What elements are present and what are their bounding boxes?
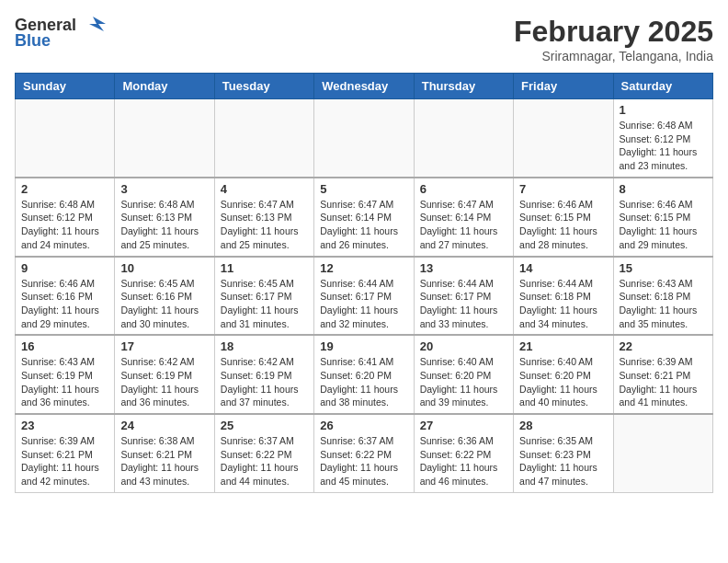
day-number: 25 bbox=[221, 419, 308, 432]
calendar-day-cell: 2Sunrise: 6:48 AMSunset: 6:12 PMDaylight… bbox=[16, 178, 115, 257]
title-block: February 2025 Sriramnagar, Telangana, In… bbox=[514, 15, 713, 63]
day-info: Sunrise: 6:47 AMSunset: 6:14 PMDaylight:… bbox=[320, 198, 407, 252]
calendar-day-cell: 5Sunrise: 6:47 AMSunset: 6:14 PMDaylight… bbox=[314, 178, 414, 257]
day-number: 1 bbox=[620, 103, 707, 117]
calendar-day-cell: 22Sunrise: 6:39 AMSunset: 6:21 PMDayligh… bbox=[613, 335, 712, 414]
day-number: 22 bbox=[620, 339, 707, 353]
calendar-day-cell: 14Sunrise: 6:44 AMSunset: 6:18 PMDayligh… bbox=[514, 257, 613, 336]
weekday-header-friday: Friday bbox=[514, 74, 613, 99]
day-number: 28 bbox=[519, 419, 607, 432]
day-info: Sunrise: 6:39 AMSunset: 6:21 PMDaylight:… bbox=[21, 434, 108, 488]
day-info: Sunrise: 6:48 AMSunset: 6:12 PMDaylight:… bbox=[21, 198, 108, 252]
day-number: 16 bbox=[21, 339, 108, 353]
day-info: Sunrise: 6:35 AMSunset: 6:23 PMDaylight:… bbox=[519, 434, 607, 488]
day-number: 8 bbox=[620, 182, 707, 196]
calendar-table: SundayMondayTuesdayWednesdayThursdayFrid… bbox=[15, 73, 713, 493]
calendar-day-cell: 4Sunrise: 6:47 AMSunset: 6:13 PMDaylight… bbox=[214, 178, 313, 257]
day-number: 2 bbox=[21, 182, 108, 196]
weekday-header-wednesday: Wednesday bbox=[314, 74, 414, 99]
svg-marker-0 bbox=[89, 17, 106, 31]
day-number: 19 bbox=[320, 339, 407, 353]
day-number: 7 bbox=[519, 182, 607, 196]
calendar-day-cell: 21Sunrise: 6:40 AMSunset: 6:20 PMDayligh… bbox=[514, 335, 613, 414]
day-info: Sunrise: 6:44 AMSunset: 6:17 PMDaylight:… bbox=[420, 277, 507, 331]
calendar-day-cell bbox=[613, 414, 712, 492]
day-number: 21 bbox=[519, 339, 607, 353]
calendar-day-cell: 16Sunrise: 6:43 AMSunset: 6:19 PMDayligh… bbox=[16, 335, 115, 414]
day-number: 27 bbox=[420, 419, 507, 432]
weekday-header-sunday: Sunday bbox=[16, 74, 115, 99]
day-number: 3 bbox=[120, 182, 208, 196]
day-info: Sunrise: 6:46 AMSunset: 6:15 PMDaylight:… bbox=[519, 198, 607, 252]
day-info: Sunrise: 6:47 AMSunset: 6:14 PMDaylight:… bbox=[420, 198, 507, 252]
calendar-day-cell: 3Sunrise: 6:48 AMSunset: 6:13 PMDaylight… bbox=[115, 178, 214, 257]
calendar-day-cell: 19Sunrise: 6:41 AMSunset: 6:20 PMDayligh… bbox=[314, 335, 414, 414]
calendar-day-cell bbox=[514, 99, 613, 178]
calendar-day-cell: 12Sunrise: 6:44 AMSunset: 6:17 PMDayligh… bbox=[314, 257, 414, 336]
day-info: Sunrise: 6:45 AMSunset: 6:17 PMDaylight:… bbox=[221, 277, 308, 331]
page-header: General Blue February 2025 Sriramnagar, … bbox=[15, 15, 713, 63]
day-number: 24 bbox=[120, 419, 208, 432]
day-number: 5 bbox=[320, 182, 407, 196]
logo-blue-text: Blue bbox=[15, 31, 51, 51]
logo-bird-icon bbox=[80, 15, 106, 35]
day-number: 10 bbox=[120, 261, 208, 275]
day-number: 9 bbox=[21, 261, 108, 275]
calendar-week-row: 2Sunrise: 6:48 AMSunset: 6:12 PMDaylight… bbox=[16, 178, 713, 257]
location-text: Sriramnagar, Telangana, India bbox=[514, 49, 713, 63]
day-number: 6 bbox=[420, 182, 507, 196]
day-info: Sunrise: 6:43 AMSunset: 6:18 PMDaylight:… bbox=[620, 277, 707, 331]
calendar-day-cell: 15Sunrise: 6:43 AMSunset: 6:18 PMDayligh… bbox=[613, 257, 712, 336]
day-info: Sunrise: 6:43 AMSunset: 6:19 PMDaylight:… bbox=[21, 355, 108, 409]
day-number: 12 bbox=[320, 261, 407, 275]
day-info: Sunrise: 6:44 AMSunset: 6:17 PMDaylight:… bbox=[320, 277, 407, 331]
calendar-day-cell bbox=[414, 99, 513, 178]
day-info: Sunrise: 6:41 AMSunset: 6:20 PMDaylight:… bbox=[320, 355, 407, 409]
day-info: Sunrise: 6:37 AMSunset: 6:22 PMDaylight:… bbox=[221, 434, 308, 488]
weekday-header-saturday: Saturday bbox=[613, 74, 712, 99]
calendar-day-cell: 26Sunrise: 6:37 AMSunset: 6:22 PMDayligh… bbox=[314, 414, 414, 492]
calendar-day-cell: 8Sunrise: 6:46 AMSunset: 6:15 PMDaylight… bbox=[613, 178, 712, 257]
day-number: 18 bbox=[221, 339, 308, 353]
calendar-day-cell bbox=[16, 99, 115, 178]
day-info: Sunrise: 6:39 AMSunset: 6:21 PMDaylight:… bbox=[620, 355, 707, 409]
day-info: Sunrise: 6:48 AMSunset: 6:13 PMDaylight:… bbox=[120, 198, 208, 252]
day-number: 26 bbox=[320, 419, 407, 432]
calendar-week-row: 16Sunrise: 6:43 AMSunset: 6:19 PMDayligh… bbox=[16, 335, 713, 414]
day-number: 14 bbox=[519, 261, 607, 275]
day-info: Sunrise: 6:36 AMSunset: 6:22 PMDaylight:… bbox=[420, 434, 507, 488]
calendar-day-cell: 10Sunrise: 6:45 AMSunset: 6:16 PMDayligh… bbox=[115, 257, 214, 336]
day-info: Sunrise: 6:46 AMSunset: 6:16 PMDaylight:… bbox=[21, 277, 108, 331]
day-number: 15 bbox=[620, 261, 707, 275]
day-number: 11 bbox=[221, 261, 308, 275]
calendar-day-cell: 1Sunrise: 6:48 AMSunset: 6:12 PMDaylight… bbox=[613, 99, 712, 178]
day-number: 23 bbox=[21, 419, 108, 432]
calendar-day-cell: 28Sunrise: 6:35 AMSunset: 6:23 PMDayligh… bbox=[514, 414, 613, 492]
calendar-day-cell: 18Sunrise: 6:42 AMSunset: 6:19 PMDayligh… bbox=[214, 335, 313, 414]
day-info: Sunrise: 6:40 AMSunset: 6:20 PMDaylight:… bbox=[420, 355, 507, 409]
month-title: February 2025 bbox=[514, 15, 713, 49]
calendar-day-cell: 20Sunrise: 6:40 AMSunset: 6:20 PMDayligh… bbox=[414, 335, 513, 414]
calendar-day-cell: 24Sunrise: 6:38 AMSunset: 6:21 PMDayligh… bbox=[115, 414, 214, 492]
weekday-header-thursday: Thursday bbox=[414, 74, 513, 99]
calendar-day-cell: 17Sunrise: 6:42 AMSunset: 6:19 PMDayligh… bbox=[115, 335, 214, 414]
day-info: Sunrise: 6:46 AMSunset: 6:15 PMDaylight:… bbox=[620, 198, 707, 252]
calendar-day-cell: 7Sunrise: 6:46 AMSunset: 6:15 PMDaylight… bbox=[514, 178, 613, 257]
calendar-day-cell bbox=[314, 99, 414, 178]
weekday-header-monday: Monday bbox=[115, 74, 214, 99]
calendar-week-row: 23Sunrise: 6:39 AMSunset: 6:21 PMDayligh… bbox=[16, 414, 713, 492]
day-info: Sunrise: 6:37 AMSunset: 6:22 PMDaylight:… bbox=[320, 434, 407, 488]
calendar-day-cell: 25Sunrise: 6:37 AMSunset: 6:22 PMDayligh… bbox=[214, 414, 313, 492]
day-info: Sunrise: 6:40 AMSunset: 6:20 PMDaylight:… bbox=[519, 355, 607, 409]
day-info: Sunrise: 6:42 AMSunset: 6:19 PMDaylight:… bbox=[221, 355, 308, 409]
calendar-day-cell: 9Sunrise: 6:46 AMSunset: 6:16 PMDaylight… bbox=[16, 257, 115, 336]
calendar-week-row: 9Sunrise: 6:46 AMSunset: 6:16 PMDaylight… bbox=[16, 257, 713, 336]
weekday-header-tuesday: Tuesday bbox=[214, 74, 313, 99]
calendar-day-cell bbox=[115, 99, 214, 178]
calendar-day-cell: 23Sunrise: 6:39 AMSunset: 6:21 PMDayligh… bbox=[16, 414, 115, 492]
calendar-day-cell: 13Sunrise: 6:44 AMSunset: 6:17 PMDayligh… bbox=[414, 257, 513, 336]
day-number: 17 bbox=[120, 339, 208, 353]
calendar-day-cell: 27Sunrise: 6:36 AMSunset: 6:22 PMDayligh… bbox=[414, 414, 513, 492]
day-info: Sunrise: 6:47 AMSunset: 6:13 PMDaylight:… bbox=[221, 198, 308, 252]
calendar-week-row: 1Sunrise: 6:48 AMSunset: 6:12 PMDaylight… bbox=[16, 99, 713, 178]
